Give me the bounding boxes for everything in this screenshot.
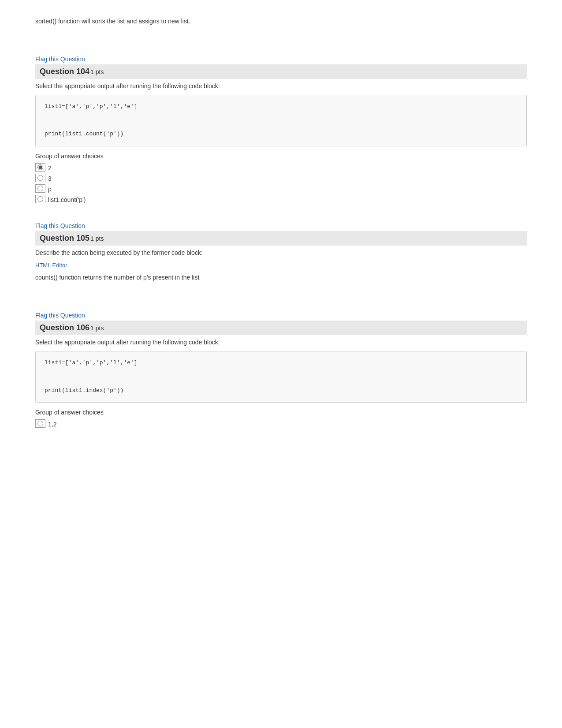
list-item: list1.count('p') [35, 195, 527, 205]
radio-container-q106-1 [35, 419, 45, 428]
flag-question-105-link[interactable]: Flag this Question [35, 222, 85, 229]
question-105-title: Question 105 [40, 234, 89, 243]
question-104-title: Question 104 [40, 67, 89, 76]
question-105-pts: 1 pts [90, 235, 104, 242]
choice-label-1: 2 [48, 163, 52, 173]
choice-label-4: list1.count('p') [48, 195, 86, 205]
question-105-answer: counts() function returns the number of … [35, 274, 527, 281]
list-item: 2 [35, 163, 527, 173]
question-105-header: Question 1051 pts [35, 231, 527, 246]
question-106-title: Question 106 [40, 323, 89, 332]
question-106-section: Flag this Question Question 1061 pts Sel… [35, 312, 527, 429]
question-104-choices: 2 3 p list1.count('p') [35, 163, 527, 205]
question-104-header: Question 1041 pts [35, 64, 527, 79]
question-104-code: list1=['a','p','p','l','e'] print(list1.… [35, 95, 527, 146]
choice-label-2: 3 [48, 174, 52, 183]
question-106-group-label: Group of answer choices [35, 409, 527, 416]
radio-q104-option1[interactable] [37, 164, 43, 170]
radio-container-1 [35, 163, 45, 172]
flag-question-104-link[interactable]: Flag this Question [35, 56, 85, 63]
question-106-prompt: Select the appropriate output after runn… [35, 339, 527, 346]
radio-q104-option3[interactable] [37, 186, 43, 191]
radio-q104-option4[interactable] [37, 196, 43, 202]
radio-container-2 [35, 174, 45, 182]
question-106-choices: 1,2 [35, 419, 527, 429]
radio-container-4 [35, 195, 45, 203]
flag-question-106-link[interactable]: Flag this Question [35, 312, 85, 319]
radio-q106-option1[interactable] [37, 421, 43, 426]
choice-label-3: p [48, 184, 52, 194]
html-editor-link[interactable]: HTML Editor [35, 262, 67, 269]
list-item: 1,2 [35, 419, 527, 429]
radio-container-3 [35, 184, 45, 193]
question-105-prompt: Describe the action being executed by th… [35, 249, 527, 256]
list-item: p [35, 184, 527, 194]
intro-text: sorted() function will sorts the list an… [35, 18, 527, 25]
list-item: 3 [35, 174, 527, 183]
question-104-pts: 1 pts [90, 68, 104, 75]
radio-q104-option2[interactable] [37, 175, 43, 181]
question-104-section: Flag this Question Question 1041 pts Sel… [35, 56, 527, 205]
question-104-group-label: Group of answer choices [35, 153, 527, 160]
question-106-code: list1=['a','p','p','l','e'] print(list1.… [35, 351, 527, 403]
question-105-section: Flag this Question Question 1051 pts Des… [35, 222, 527, 281]
choice-label-q106-1: 1,2 [48, 419, 56, 429]
question-106-header: Question 1061 pts [35, 321, 527, 335]
question-104-prompt: Select the appropriate output after runn… [35, 82, 527, 90]
question-106-pts: 1 pts [90, 325, 104, 332]
